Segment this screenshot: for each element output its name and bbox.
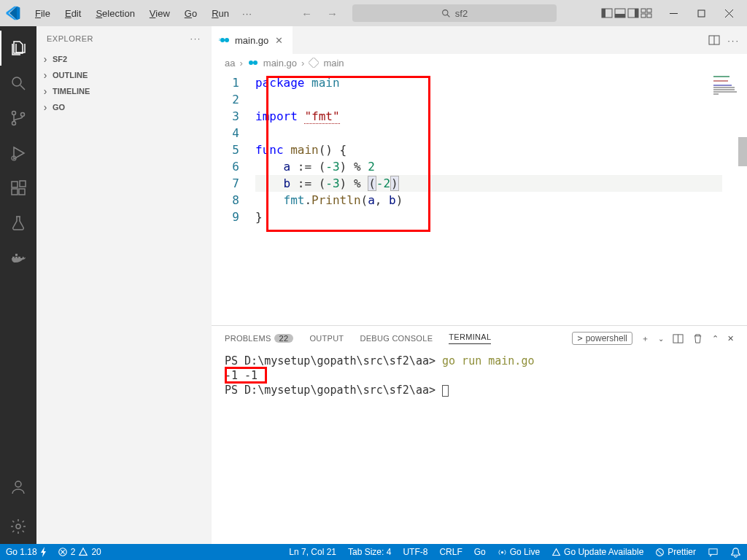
vscode-logo-icon xyxy=(6,6,20,20)
svg-rect-13 xyxy=(698,10,705,17)
activity-search[interactable] xyxy=(0,66,36,101)
activity-docker[interactable] xyxy=(0,241,36,276)
status-encoding[interactable]: UTF-8 xyxy=(403,547,427,557)
split-terminal-icon[interactable] xyxy=(673,333,684,344)
status-problems[interactable]: 2 20 xyxy=(58,547,101,557)
terminal-command: go run main.go xyxy=(442,354,534,368)
status-golive[interactable]: Go Live xyxy=(498,547,540,557)
layout-right-icon[interactable] xyxy=(627,7,639,19)
symbol-icon xyxy=(309,58,319,68)
layout-bottom-icon[interactable] xyxy=(614,7,626,19)
editor[interactable]: 123456789 package main import "fmt" func… xyxy=(212,71,747,325)
sidebar-title: EXPLORER xyxy=(47,34,93,43)
menu-more-icon[interactable]: ··· xyxy=(238,5,257,22)
menu-selection[interactable]: Selection xyxy=(90,5,140,22)
activity-settings[interactable] xyxy=(0,509,36,544)
breadcrumb[interactable]: aa› main.go› main xyxy=(212,54,747,71)
svg-rect-29 xyxy=(15,254,18,256)
search-icon xyxy=(441,9,451,18)
activity-bar xyxy=(0,26,36,544)
sidebar-section-go[interactable]: GO xyxy=(36,99,212,115)
warning-icon xyxy=(551,548,561,557)
sidebar-section-sf2[interactable]: SF2 xyxy=(36,51,212,67)
shell-selector[interactable]: >powershell xyxy=(572,332,632,345)
prettier-icon xyxy=(655,548,665,557)
svg-point-30 xyxy=(15,481,21,487)
panel-tab-terminal[interactable]: TERMINAL xyxy=(449,332,491,344)
window-maximize[interactable] xyxy=(689,3,713,23)
activity-extensions[interactable] xyxy=(0,171,36,206)
menu-edit[interactable]: Edit xyxy=(59,5,87,22)
svg-point-32 xyxy=(220,38,225,42)
cursor-block xyxy=(442,385,449,397)
status-go-update[interactable]: Go Update Available xyxy=(551,547,643,557)
activity-account[interactable] xyxy=(0,470,36,505)
editor-more-icon[interactable]: ··· xyxy=(727,35,740,46)
terminal-content[interactable]: PS D:\mysetup\gopath\src\sf2\aa> go run … xyxy=(212,351,747,544)
split-editor-icon[interactable] xyxy=(708,34,720,46)
status-bell[interactable] xyxy=(730,547,741,558)
terminal-prompt: PS D:\mysetup\gopath\src\sf2\aa> xyxy=(225,384,442,397)
svg-rect-3 xyxy=(602,9,605,18)
layout-left-icon[interactable] xyxy=(601,7,613,19)
tab-close-icon[interactable]: ✕ xyxy=(273,35,285,46)
status-language[interactable]: Go xyxy=(474,547,486,557)
svg-rect-23 xyxy=(12,189,18,195)
svg-point-16 xyxy=(12,77,21,86)
panel-tab-output[interactable]: OUTPUT xyxy=(309,334,344,343)
terminal-dropdown-icon[interactable]: ⌄ xyxy=(658,335,664,343)
svg-rect-11 xyxy=(647,14,651,18)
layout-customize-icon[interactable] xyxy=(640,7,652,19)
status-tabsize[interactable]: Tab Size: 4 xyxy=(348,547,391,557)
activity-explorer[interactable] xyxy=(0,31,36,66)
nav-forward-icon[interactable]: → xyxy=(321,4,344,23)
sidebar-section-outline[interactable]: OUTLINE xyxy=(36,67,212,83)
feedback-icon xyxy=(708,547,719,558)
status-feedback[interactable] xyxy=(708,547,719,558)
code-content[interactable]: package main import "fmt" func main() { … xyxy=(255,71,722,325)
panel-close-icon[interactable]: ✕ xyxy=(727,334,734,343)
command-center[interactable]: sf2 xyxy=(352,4,557,22)
bc-symbol[interactable]: main xyxy=(323,58,344,69)
activity-scm[interactable] xyxy=(0,101,36,136)
window-close[interactable] xyxy=(716,3,741,23)
layout-controls[interactable] xyxy=(601,7,652,19)
nav-back-icon[interactable]: ← xyxy=(295,4,318,23)
svg-point-39 xyxy=(253,61,258,65)
svg-rect-34 xyxy=(219,39,220,40)
svg-rect-7 xyxy=(635,9,638,18)
panel-tab-problems[interactable]: PROBLEMS22 xyxy=(225,334,293,343)
svg-point-46 xyxy=(501,551,503,553)
menu-view[interactable]: View xyxy=(144,5,176,22)
bolt-icon xyxy=(40,547,47,557)
activity-testing[interactable] xyxy=(0,206,36,241)
menu-go[interactable]: Go xyxy=(179,5,203,22)
panel-tab-debug[interactable]: DEBUG CONSOLE xyxy=(360,334,433,343)
minimap[interactable] xyxy=(713,76,740,98)
bc-folder[interactable]: aa xyxy=(225,58,235,69)
tab-main-go[interactable]: main.go ✕ xyxy=(212,26,293,54)
window-minimize[interactable] xyxy=(661,3,686,23)
status-cursor[interactable]: Ln 7, Col 21 xyxy=(289,547,336,557)
activity-debug[interactable] xyxy=(0,136,36,171)
status-eol[interactable]: CRLF xyxy=(439,547,462,557)
status-prettier[interactable]: Prettier xyxy=(655,547,696,557)
sidebar-more-icon[interactable]: ··· xyxy=(190,34,201,43)
bc-file[interactable]: main.go xyxy=(263,58,297,69)
go-file-icon xyxy=(247,59,259,66)
new-terminal-icon[interactable]: ＋ xyxy=(641,333,649,344)
docker-icon xyxy=(9,249,27,267)
trash-icon[interactable] xyxy=(692,333,703,344)
sidebar-header: EXPLORER ··· xyxy=(36,26,212,51)
status-go-version[interactable]: Go 1.18 xyxy=(6,547,47,557)
bell-icon xyxy=(730,547,741,558)
scrollbar[interactable] xyxy=(738,137,747,166)
panel: PROBLEMS22 OUTPUT DEBUG CONSOLE TERMINAL… xyxy=(212,325,747,544)
menu-run[interactable]: Run xyxy=(206,5,235,22)
sidebar-section-timeline[interactable]: TIMELINE xyxy=(36,83,212,99)
debug-icon xyxy=(9,144,27,162)
panel-maximize-icon[interactable]: ⌃ xyxy=(712,334,719,343)
beaker-icon xyxy=(9,214,27,232)
menu-file[interactable]: FFileile xyxy=(29,5,56,22)
svg-rect-9 xyxy=(647,9,651,12)
